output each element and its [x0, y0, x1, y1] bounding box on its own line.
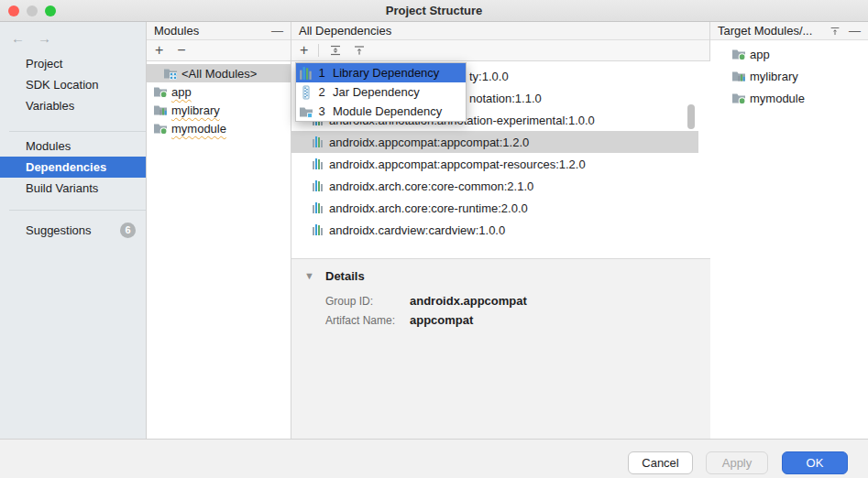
suggestions-label: Suggestions	[26, 223, 92, 237]
module-folder-icon	[153, 84, 168, 99]
suggestions-count-badge: 6	[120, 223, 136, 238]
toolbar-separator	[318, 44, 319, 57]
module-label: app	[171, 85, 192, 99]
library-icon	[312, 158, 324, 170]
collapse-details-icon[interactable]: ▼	[304, 270, 314, 281]
dependency-label: androidx.appcompat:appcompat:1.2.0	[329, 136, 529, 149]
zoom-window-icon[interactable]	[45, 5, 56, 16]
menu-item-label: Jar Dependency	[333, 85, 420, 99]
menu-item-label: Library Dependency	[333, 66, 439, 80]
menu-item-number: 2	[317, 85, 326, 99]
ok-button[interactable]: OK	[782, 451, 848, 474]
add-dependency-button[interactable]: +	[300, 43, 308, 58]
remove-module-button[interactable]: −	[177, 43, 185, 58]
module-folder-icon	[731, 91, 746, 105]
project-structure-dialog: Project Structure ←→ Project SDK Locatio…	[0, 0, 868, 478]
target-modules-panel-title: Target Modules/...	[718, 22, 821, 39]
expand-all-icon[interactable]	[328, 43, 343, 58]
dependency-label: androidx.appcompat:appcompat-resources:1…	[329, 158, 586, 171]
library-icon	[312, 136, 324, 148]
title-bar: Project Structure	[0, 0, 868, 22]
vertical-scrollbar[interactable]	[687, 104, 695, 129]
jar-icon	[299, 85, 313, 100]
artifact-name-field: Artifact Name: appcompat	[325, 313, 473, 327]
library-icon	[312, 223, 324, 236]
collapse-all-icon[interactable]	[829, 25, 841, 38]
library-icon	[299, 66, 313, 81]
target-module-label: mylibrary	[750, 70, 798, 83]
menu-item-number: 3	[317, 104, 326, 118]
minimize-panel-icon[interactable]: —	[271, 22, 283, 39]
dialog-footer: Cancel Apply OK	[0, 439, 868, 478]
menu-item-label: Module Dependency	[333, 104, 442, 118]
sidebar-divider	[9, 131, 146, 132]
close-window-icon[interactable]	[8, 5, 19, 16]
dependency-label: androidx.arch.core:core-common:2.1.0	[329, 179, 533, 193]
window-title: Project Structure	[0, 0, 868, 21]
add-dependency-menu: 1 Library Dependency 2 Jar Dependency 3 …	[295, 62, 467, 122]
library-module-icon	[731, 69, 746, 83]
modules-panel: Modules — + − <All Modules> app mylibrar…	[147, 22, 291, 439]
collapse-all-icon[interactable]	[352, 43, 367, 58]
sidebar-divider	[9, 210, 146, 211]
module-label: mylibrary	[171, 103, 220, 117]
sidebar-item-dependencies[interactable]: Dependencies	[0, 157, 146, 178]
dependency-row[interactable]: androidx.arch.core:core-common:2.1.0	[291, 175, 698, 197]
apply-button[interactable]: Apply	[706, 451, 768, 474]
minimize-panel-icon[interactable]: —	[849, 22, 861, 39]
target-module-label: app	[750, 48, 770, 61]
sidebar: ←→ Project SDK Location Variables Module…	[0, 22, 147, 439]
group-id-label: Group ID:	[325, 294, 410, 308]
sidebar-item-build-variants[interactable]: Build Variants	[0, 178, 146, 199]
target-module-label: mymodule	[750, 92, 805, 105]
details-section: ▼ Details Group ID: androidx.appcompat A…	[291, 259, 710, 439]
back-icon[interactable]: ←	[11, 30, 25, 46]
library-icon	[312, 201, 324, 214]
module-row-mymodule[interactable]: mymodule	[147, 119, 291, 137]
menu-item-module-dependency[interactable]: 3 Module Dependency	[296, 102, 466, 121]
artifact-name-value: appcompat	[410, 313, 473, 327]
module-row-mylibrary[interactable]: mylibrary	[147, 101, 291, 119]
menu-item-jar-dependency[interactable]: 2 Jar Dependency	[296, 82, 466, 102]
dependency-row[interactable]: androidx.cardview:cardview:1.0.0	[291, 219, 698, 241]
sidebar-item-suggestions[interactable]: Suggestions 6	[0, 220, 146, 241]
forward-icon[interactable]: →	[38, 30, 51, 46]
dependency-row[interactable]: androidx.arch.core:core-runtime:2.0.0	[291, 197, 698, 219]
module-label: mymodule	[171, 122, 226, 136]
sidebar-item-modules[interactable]: Modules	[0, 136, 146, 157]
dependency-label: notation:1.1.0	[469, 92, 542, 105]
minimize-window-icon	[27, 5, 38, 16]
dependency-label: ty:1.0.0	[469, 70, 509, 83]
module-row-all-modules[interactable]: <All Modules>	[147, 64, 291, 82]
modules-panel-title: Modules	[154, 22, 264, 39]
library-icon	[312, 179, 324, 192]
cancel-button[interactable]: Cancel	[628, 451, 693, 474]
sidebar-item-project[interactable]: Project	[0, 53, 146, 74]
module-label: <All Modules>	[181, 67, 257, 81]
dependency-label: androidx.arch.core:core-runtime:2.0.0	[329, 201, 528, 215]
library-module-icon	[153, 103, 168, 117]
dependency-row-selected[interactable]: androidx.appcompat:appcompat:1.2.0	[291, 131, 698, 153]
target-module-row-mymodule[interactable]: mymodule	[710, 87, 868, 109]
menu-item-number: 1	[317, 66, 326, 80]
sidebar-item-variables[interactable]: Variables	[0, 95, 146, 116]
dependency-label: androidx.cardview:cardview:1.0.0	[329, 223, 505, 237]
all-modules-icon	[163, 66, 178, 81]
target-modules-list: app mylibrary mymodule	[710, 40, 868, 109]
target-module-row-mylibrary[interactable]: mylibrary	[710, 65, 868, 87]
artifact-name-label: Artifact Name:	[325, 313, 410, 327]
target-module-row-app[interactable]: app	[710, 43, 868, 65]
group-id-value: androidx.appcompat	[410, 294, 527, 308]
module-folder-icon	[731, 47, 746, 61]
all-dependencies-panel-title: All Dependencies	[299, 22, 702, 39]
menu-item-library-dependency[interactable]: 1 Library Dependency	[296, 63, 466, 82]
group-id-field: Group ID: androidx.appcompat	[325, 294, 527, 308]
module-folder-icon	[299, 104, 313, 119]
add-module-button[interactable]: +	[155, 43, 163, 58]
dependency-row[interactable]: androidx.appcompat:appcompat-resources:1…	[291, 153, 698, 175]
module-row-app[interactable]: app	[147, 82, 291, 101]
modules-list: <All Modules> app mylibrary mymodule	[147, 61, 291, 137]
target-modules-panel: Target Modules/... — app mylibrary mymod…	[710, 22, 868, 439]
details-title: Details	[325, 269, 365, 283]
sidebar-item-sdk-location[interactable]: SDK Location	[0, 74, 146, 95]
